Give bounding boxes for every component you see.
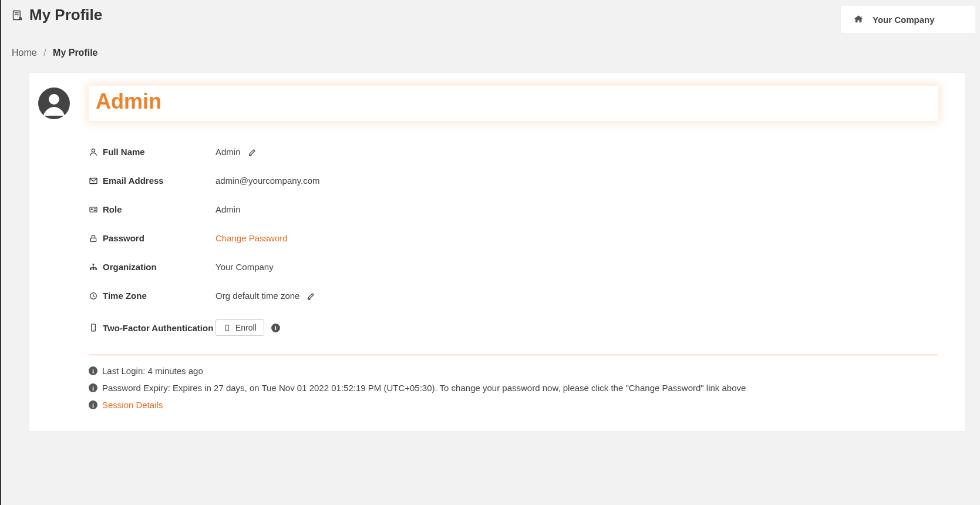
session-details-row: i Session Details — [89, 396, 938, 413]
lock-icon — [89, 234, 98, 243]
change-password-link[interactable]: Change Password — [215, 233, 288, 243]
organization-label: Organization — [103, 262, 157, 272]
role-label: Role — [103, 204, 122, 214]
role-value: Admin — [215, 204, 241, 214]
svg-rect-16 — [93, 268, 95, 270]
device-icon — [89, 323, 98, 332]
field-timezone: Time Zone Org default time zone — [89, 281, 938, 310]
session-details-link[interactable]: Session Details — [102, 400, 163, 410]
user-icon — [89, 147, 98, 157]
svg-rect-13 — [90, 238, 96, 241]
password-label: Password — [103, 233, 144, 243]
field-role: Role Admin — [89, 195, 938, 224]
edit-timezone-icon[interactable] — [307, 291, 316, 301]
divider — [89, 355, 938, 355]
edit-full-name-icon[interactable] — [248, 147, 257, 157]
company-label: Your Company — [873, 15, 935, 25]
company-selector[interactable]: Your Company — [840, 6, 975, 33]
home-icon — [853, 14, 864, 25]
device-small-icon — [223, 324, 231, 332]
svg-rect-15 — [90, 268, 92, 270]
field-email: Email Address admin@yourcompany.com — [89, 166, 938, 195]
email-value: admin@yourcompany.com — [215, 176, 320, 186]
enroll-button-label: Enroll — [235, 323, 257, 332]
id-card-icon — [89, 205, 98, 214]
organization-value: Your Company — [215, 262, 274, 272]
breadcrumb: Home / My Profile — [1, 33, 980, 72]
svg-rect-17 — [95, 268, 97, 270]
last-login-text: Last Login: 4 minutes ago — [102, 366, 203, 376]
field-organization: Organization Your Company — [89, 253, 938, 281]
field-password: Password Change Password — [89, 224, 938, 253]
avatar — [37, 86, 71, 120]
tfa-label: Two-Factor Authentication — [103, 323, 213, 333]
breadcrumb-home[interactable]: Home — [12, 48, 37, 58]
info-icon: i — [89, 366, 97, 375]
profile-display-name: Admin — [89, 86, 938, 121]
svg-point-5 — [49, 94, 59, 105]
page-title: My Profile — [29, 6, 102, 24]
svg-point-6 — [92, 149, 95, 152]
breadcrumb-current: My Profile — [53, 48, 97, 58]
breadcrumb-separator: / — [43, 48, 46, 58]
svg-rect-14 — [93, 264, 95, 265]
svg-point-10 — [91, 208, 92, 210]
email-label: Email Address — [103, 176, 164, 186]
info-icon: i — [89, 400, 97, 409]
timezone-value: Org default time zone — [215, 291, 299, 301]
mail-icon — [89, 176, 98, 186]
field-full-name: Full Name Admin — [89, 137, 938, 166]
password-expiry-text: Password Expiry: Expires in 27 days, on … — [102, 383, 746, 393]
field-tfa: Two-Factor Authentication Enroll i — [89, 310, 938, 345]
clock-icon — [89, 291, 98, 301]
tfa-info-icon[interactable]: i — [271, 324, 280, 332]
password-expiry-row: i Password Expiry: Expires in 27 days, o… — [89, 379, 938, 396]
timezone-label: Time Zone — [103, 291, 147, 301]
profile-card: Admin Full Name Admin — [28, 72, 966, 432]
org-icon — [89, 262, 98, 272]
enroll-button[interactable]: Enroll — [215, 319, 264, 336]
full-name-value: Admin — [215, 147, 241, 157]
profile-page-icon — [12, 9, 23, 21]
svg-rect-9 — [90, 207, 97, 212]
info-icon: i — [89, 383, 97, 392]
last-login-row: i Last Login: 4 minutes ago — [89, 362, 938, 379]
full-name-label: Full Name — [103, 147, 145, 157]
